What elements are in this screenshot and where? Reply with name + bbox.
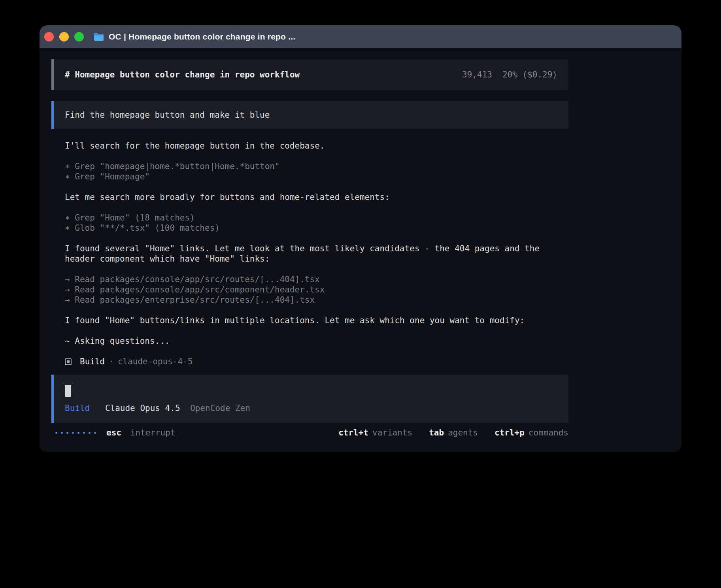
text-cursor <box>65 385 71 397</box>
keybind-esc-label: interrupt <box>130 428 176 437</box>
build-agent-icon <box>65 358 72 365</box>
zoom-button[interactable] <box>74 32 84 41</box>
window-controls <box>44 32 84 41</box>
transcript-line: ∗ Grep "Home" (18 matches) <box>65 213 568 223</box>
keybind-tab: tabagents <box>429 428 478 438</box>
session-title: # Homepage button color change in repo w… <box>65 70 300 80</box>
spinner-dot <box>66 432 68 434</box>
transcript-line: I found "Home" buttons/links in multiple… <box>65 315 568 326</box>
token-count: 39,413 <box>462 70 492 80</box>
spinner-dot <box>77 432 79 434</box>
assistant-text: ~ Asking questions... <box>65 336 568 346</box>
folder-icon <box>93 32 104 41</box>
keybind-key: ctrl+p <box>495 428 525 437</box>
window-title: OC | Homepage button color change in rep… <box>109 32 295 41</box>
assistant-text: I'll search for the homepage button in t… <box>65 141 568 151</box>
keybind-ctrl-t: ctrl+tvariants <box>338 428 412 438</box>
agent-name: Build <box>80 356 105 367</box>
user-message: Find the homepage button and make it blu… <box>51 101 568 129</box>
tool-call-group: ∗ Grep "Home" (18 matches)∗ Glob "**/*.t… <box>65 213 568 233</box>
keybind-hints: ctrl+tvariantstabagentsctrl+pcommands <box>338 428 568 438</box>
tool-call-group: ∗ Grep "homepage|home.*button|Home.*butt… <box>65 161 568 182</box>
transcript-line: ∗ Grep "homepage|home.*button|Home.*butt… <box>65 161 568 172</box>
agent-model: claude-opus-4-5 <box>118 356 193 367</box>
assistant-text: I found several "Home" links. Let me loo… <box>65 243 568 264</box>
keybind-label: commands <box>528 428 568 437</box>
spinner-dot <box>55 432 57 434</box>
transcript-line: Let me search more broadly for buttons a… <box>65 192 568 202</box>
minimize-button[interactable] <box>59 32 69 41</box>
spinner-dots <box>55 432 96 434</box>
terminal-content: # Homepage button color change in repo w… <box>40 48 681 452</box>
window-titlebar[interactable]: OC | Homepage button color change in rep… <box>40 25 681 48</box>
spinner-dot <box>89 432 91 434</box>
transcript-line: ~ Asking questions... <box>65 336 568 346</box>
spinner-dot <box>72 432 74 434</box>
close-button[interactable] <box>44 32 54 41</box>
spinner-dot <box>83 432 85 434</box>
status-bar: esc interrupt ctrl+tvariantstabagentsctr… <box>51 428 568 438</box>
agent-separator: · <box>109 356 114 367</box>
transcript-line: → Read packages/console/app/src/routes/[… <box>65 274 568 285</box>
input-meta: Build Claude Opus 4.5 OpenCode Zen <box>65 403 557 413</box>
tool-call-group: → Read packages/console/app/src/routes/[… <box>65 274 568 305</box>
transcript-line: ∗ Glob "**/*.tsx" (100 matches) <box>65 223 568 233</box>
session-header: # Homepage button color change in repo w… <box>51 59 568 90</box>
user-message-text: Find the homepage button and make it blu… <box>65 110 270 120</box>
assistant-text: Let me search more broadly for buttons a… <box>65 192 568 202</box>
mode-label[interactable]: Build <box>65 403 90 413</box>
spinner-dot <box>61 432 63 434</box>
keybind-label: agents <box>448 428 478 437</box>
transcript-line: ∗ Grep "Homepage" <box>65 172 568 182</box>
keybind-esc-key: esc <box>106 428 121 437</box>
provider-label: OpenCode Zen <box>190 403 250 413</box>
keybind-ctrl-p: ctrl+pcommands <box>495 428 568 438</box>
keybind-label: variants <box>372 428 412 437</box>
transcript-line: I'll search for the homepage button in t… <box>65 141 568 151</box>
transcript-line: I found several "Home" links. Let me loo… <box>65 243 568 264</box>
keybind-key: ctrl+t <box>338 428 368 437</box>
transcript-line: → Read packages/console/app/src/componen… <box>65 285 568 295</box>
spinner-dot <box>94 432 96 434</box>
transcript-line: → Read packages/enterprise/src/routes/[.… <box>65 295 568 305</box>
keybind-esc: esc interrupt <box>106 428 175 438</box>
keybind-key: tab <box>429 428 444 437</box>
transcript: I'll search for the homepage button in t… <box>51 129 568 346</box>
prompt-input[interactable]: Build Claude Opus 4.5 OpenCode Zen <box>51 375 568 423</box>
model-label[interactable]: Claude Opus 4.5 <box>105 403 180 413</box>
session-stats: 39,413 20% ($0.29) <box>462 70 557 80</box>
assistant-text: I found "Home" buttons/links in multiple… <box>65 315 568 326</box>
context-usage: 20% ($0.29) <box>502 70 557 80</box>
terminal-window: OC | Homepage button color change in rep… <box>40 25 681 452</box>
agent-badge: Build · claude-opus-4-5 <box>65 356 681 367</box>
